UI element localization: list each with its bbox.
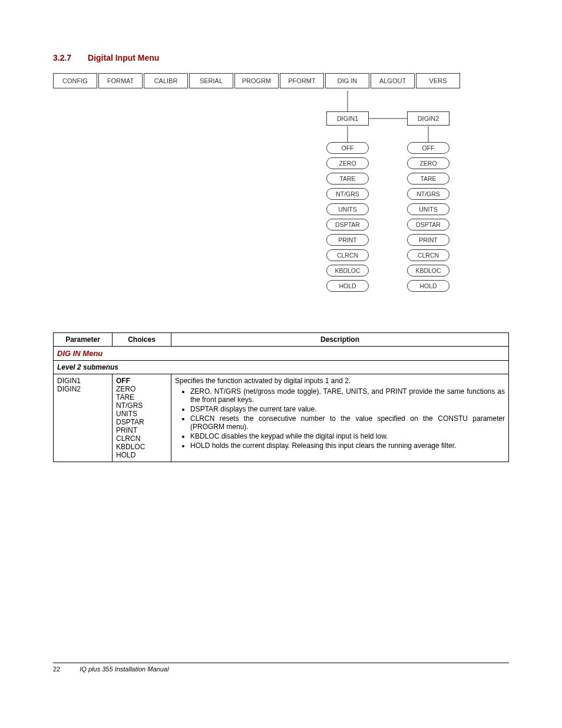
section-heading: 3.2.7 Digital Input Menu [53, 53, 509, 62]
desc-bullet-3: KBDLOC disables the keypad while the dig… [190, 432, 505, 440]
digin1-opt-dsptar: DSPTAR [326, 219, 369, 230]
digin2-opt-ntgrs: NT/GRS [407, 188, 449, 200]
digin1-opt-print: PRINT [326, 234, 369, 246]
digin1-box: DIGIN1 [326, 111, 369, 126]
table-title: DIG IN Menu [54, 347, 509, 361]
choice-kbdloc: KBDLOC [116, 443, 167, 451]
digin1-opt-off: OFF [326, 142, 369, 154]
desc-bullet-2: CLRCN resets the consecutive number to t… [190, 414, 505, 431]
digin2-opt-tare: TARE [407, 173, 449, 185]
digin1-opt-hold: HOLD [326, 280, 369, 292]
digin1-opt-zero: ZERO [326, 157, 369, 169]
footer-title: IQ plus 355 Installation Manual [80, 666, 168, 673]
menu-diagram: CONFIG FORMAT CALIBR SERIAL PROGRM PFORM… [53, 73, 509, 309]
section-number: 3.2.7 [53, 53, 71, 62]
menu-vers: VERS [416, 73, 460, 88]
choice-units: UNITS [116, 410, 167, 418]
digin2-opt-print: PRINT [407, 234, 449, 246]
digin2-opt-zero: ZERO [407, 157, 449, 169]
digin2-opt-off: OFF [407, 142, 449, 154]
desc-bullet-1: DSPTAR displays the current tare value. [190, 405, 505, 413]
menu-top-row: CONFIG FORMAT CALIBR SERIAL PROGRM PFORM… [53, 73, 509, 88]
choice-dsptar: DSPTAR [116, 418, 167, 426]
digin1-opt-units: UNITS [326, 203, 369, 215]
digin1-opt-ntgrs: NT/GRS [326, 188, 369, 200]
page-number: 22 [53, 666, 60, 673]
page-footer: 22 IQ plus 355 Installation Manual [53, 663, 509, 673]
menu-serial: SERIAL [189, 73, 233, 88]
menu-calibr: CALIBR [144, 73, 188, 88]
choice-zero: ZERO [116, 385, 167, 393]
menu-pformt: PFORMT [280, 73, 324, 88]
cell-description: Specifies the function activated by digi… [171, 374, 509, 462]
digin2-box: DIGIN2 [407, 111, 449, 126]
choice-print: PRINT [116, 426, 167, 434]
table-row: DIGIN1 DIGIN2 OFF ZERO TARE NT/GRS UNITS… [54, 374, 509, 462]
th-choices: Choices [113, 333, 171, 347]
digin2-opt-hold: HOLD [407, 280, 449, 292]
cell-choices: OFF ZERO TARE NT/GRS UNITS DSPTAR PRINT … [113, 374, 171, 462]
desc-bullet-0: ZERO, NT/GRS (net/gross mode toggle), TA… [190, 387, 505, 404]
desc-list: ZERO, NT/GRS (net/gross mode toggle), TA… [175, 387, 505, 450]
menu-progrm: PROGRM [234, 73, 279, 88]
th-description: Description [171, 333, 509, 347]
desc-intro: Specifies the function activated by digi… [175, 377, 505, 385]
digin2-opt-dsptar: DSPTAR [407, 219, 449, 230]
digin1-opt-clrcn: CLRCN [326, 249, 369, 261]
choice-tare: TARE [116, 393, 167, 401]
menu-digin: DIG IN [325, 73, 369, 88]
digin1-opt-kbdloc: KBDLOC [326, 265, 369, 276]
menu-format: FORMAT [98, 73, 143, 88]
cell-param: DIGIN1 DIGIN2 [54, 374, 113, 462]
th-parameter: Parameter [54, 333, 113, 347]
digin2-opt-kbdloc: KBDLOC [407, 265, 449, 276]
digin1-opt-tare: TARE [326, 173, 369, 185]
menu-config: CONFIG [53, 73, 97, 88]
subhead-level2: Level 2 submenus [54, 361, 509, 374]
choice-ntgrs: NT/GRS [116, 401, 167, 410]
menu-algout: ALGOUT [371, 73, 415, 88]
choice-clrcn: CLRCN [116, 434, 167, 443]
digin2-opt-clrcn: CLRCN [407, 249, 449, 261]
section-title: Digital Input Menu [88, 53, 159, 62]
choice-hold: HOLD [116, 451, 167, 459]
parameter-table: DIG IN Menu Parameter Choices Descriptio… [53, 332, 509, 462]
desc-bullet-4: HOLD holds the current display. Releasin… [190, 442, 505, 450]
param-digin2: DIGIN2 [57, 385, 108, 393]
param-digin1: DIGIN1 [57, 377, 108, 385]
digin2-opt-units: UNITS [407, 203, 449, 215]
choice-off: OFF [116, 377, 167, 385]
